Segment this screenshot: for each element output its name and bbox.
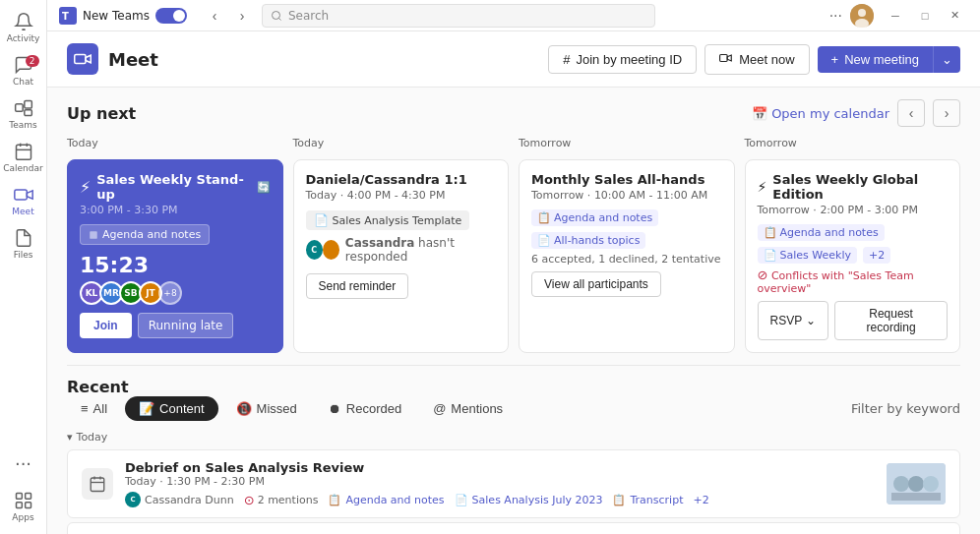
tag-sales-global[interactable]: 📄 Sales Weekly [758,247,857,264]
tab-content[interactable]: 📝 Content [125,396,218,421]
sidebar-label-apps: Apps [12,512,33,522]
meet-action-buttons: # Join by meeting ID Meet now + New meet… [548,44,960,75]
card-time-standup: 3:00 PM - 3:30 PM [80,204,271,216]
meeting-item-debrief: Debrief on Sales Analysis Review Today ·… [67,449,960,518]
open-calendar-link[interactable]: 📅 Open my calendar [752,106,889,121]
forward-button[interactable]: › [230,4,254,28]
send-reminder-button[interactable]: Send reminder [306,273,409,299]
sidebar-label-calendar: Calendar [3,163,42,173]
avatar-cassandra: C [125,492,141,507]
chat-badge: 2 [26,55,39,67]
tag-agenda-allhands[interactable]: 📋 Agenda and notes [531,209,658,226]
tag-sales-analysis-debrief[interactable]: 📄Sales Analysis July 2023 [455,494,603,506]
svg-rect-7 [14,190,26,200]
sidebar-item-chat[interactable]: 2 Chat [4,51,43,90]
conflict-text: ⊘ Conflicts with "Sales Team overview" [758,267,949,295]
request-recording-button[interactable]: Request recording [834,301,948,340]
up-next-section: Up next 📅 Open my calendar ‹ › Today Tod… [47,88,980,365]
tag-agenda-global[interactable]: 📋 Agenda and notes [758,224,885,241]
new-meeting-button-group: + New meeting ⌄ [818,46,960,73]
new-meeting-dropdown[interactable]: ⌄ [933,46,960,73]
tag-transcript-debrief[interactable]: 📋Transcript [612,494,683,506]
tag-topics-allhands[interactable]: 📄 All-hands topics [531,232,645,249]
more-options-button[interactable]: ··· [829,8,842,24]
svg-rect-0 [15,104,23,112]
sidebar-item-apps[interactable]: Apps [4,487,43,526]
sidebar-label-chat: Chat [13,77,33,87]
meet-now-button[interactable]: Meet now [704,44,809,75]
join-button[interactable]: Join [80,313,132,338]
agenda-chip-standup[interactable]: Agenda and notes [80,224,210,245]
missed-icon: 📵 [236,401,252,416]
svg-rect-10 [25,494,31,500]
tab-missed[interactable]: 📵 Missed [222,396,311,421]
titlebar-right: ··· ─ □ ✕ [829,4,968,28]
accepted-count: 6 accepted, 1 declined, 2 tentative [531,253,722,266]
new-teams-toggle[interactable] [155,8,187,24]
maximize-button[interactable]: □ [911,6,939,26]
new-teams-label: New Teams [83,9,150,23]
svg-point-31 [908,476,924,492]
svg-rect-11 [16,503,22,508]
sidebar-item-teams[interactable]: Teams [4,94,43,134]
ms-teams-icon: T [59,7,77,25]
view-all-button[interactable]: View all participants [531,271,661,297]
new-meeting-button[interactable]: + New meeting [818,46,933,73]
search-placeholder: Search [288,9,329,23]
sidebar-item-calendar[interactable]: Calendar [4,138,43,177]
meeting-card-global: ⚡ Sales Weekly Global Edition Tomorrow ·… [745,159,961,353]
chevron-down-icon: ⌄ [806,314,816,327]
meeting-item-title-debrief: Debrief on Sales Analysis Review [125,460,875,475]
svg-rect-1 [24,101,31,109]
back-button[interactable]: ‹ [203,4,226,28]
sidebar: Activity 2 Chat Teams Calendar Meet File… [0,0,47,534]
join-by-id-button[interactable]: # Join by meeting ID [548,45,697,74]
recorded-icon: ⏺ [329,401,341,416]
up-next-header: Up next 📅 Open my calendar ‹ › [67,99,960,127]
meeting-thumbnail-debrief [887,463,946,504]
tab-mentions[interactable]: @ Mentions [419,396,517,421]
search-bar[interactable]: Search [262,4,655,28]
meeting-item-icon-debrief [82,468,113,500]
hash-icon: # [563,52,570,67]
user-avatar[interactable] [850,4,874,28]
tab-all[interactable]: ≡ All [67,396,121,421]
minimize-button[interactable]: ─ [882,6,909,26]
collapse-icon[interactable]: ▾ [67,431,73,444]
new-teams-toggle-area: New Teams [83,8,187,24]
next-meetings-button[interactable]: › [933,99,960,127]
meeting-card-standup: ⚡ Sales Weekly Stand-up 🔄 3:00 PM - 3:30… [67,159,283,353]
tag-agenda-debrief[interactable]: 📋Agenda and notes [328,494,444,506]
meeting-item-time-debrief: Today · 1:30 PM - 2:30 PM [125,475,875,488]
svg-marker-23 [727,55,731,61]
prev-meetings-button[interactable]: ‹ [897,99,925,127]
svg-rect-33 [891,493,941,501]
list-icon: ≡ [81,401,89,416]
sidebar-item-files[interactable]: Files [4,224,43,264]
sidebar-label-teams: Teams [9,120,36,130]
meetings-grid: ⚡ Sales Weekly Stand-up 🔄 3:00 PM - 3:30… [67,159,960,353]
tab-recorded[interactable]: ⏺ Recorded [315,396,415,421]
filter-keyword-label[interactable]: Filter by keyword [851,401,960,416]
rsvp-button[interactable]: RSVP ⌄ [758,301,829,340]
sidebar-item-more[interactable]: ··· [4,444,43,483]
attachment-chip-daniela[interactable]: 📄 Sales Analysis Template [306,210,470,230]
svg-rect-20 [75,55,86,64]
sidebar-item-meet[interactable]: Meet [4,181,43,220]
close-button[interactable]: ✕ [941,6,968,26]
tags-row-allhands: 📋 Agenda and notes 📄 All-hands topics [531,209,722,249]
card-time-global: Tomorrow · 2:00 PM - 3:00 PM [758,204,949,216]
svg-rect-12 [25,503,31,508]
day-label-tomorrow-1: Tomorrow [519,137,735,149]
video-icon [719,51,733,68]
svg-point-32 [923,476,939,492]
svg-rect-3 [16,145,31,159]
card-action-buttons-standup: Join Running late [80,313,271,338]
person-avatar-2 [323,240,339,260]
person-avatar-daniela: C [306,240,323,260]
sidebar-item-activity[interactable]: Activity [4,8,43,47]
meeting-item-meta-debrief: C Cassandra Dunn ⊙ 2 mentions 📋Agenda an… [125,492,875,507]
sidebar-label-activity: Activity [7,33,40,43]
card-time-daniela: Today · 4:00 PM - 4:30 PM [306,189,497,202]
svg-point-15 [272,11,279,19]
